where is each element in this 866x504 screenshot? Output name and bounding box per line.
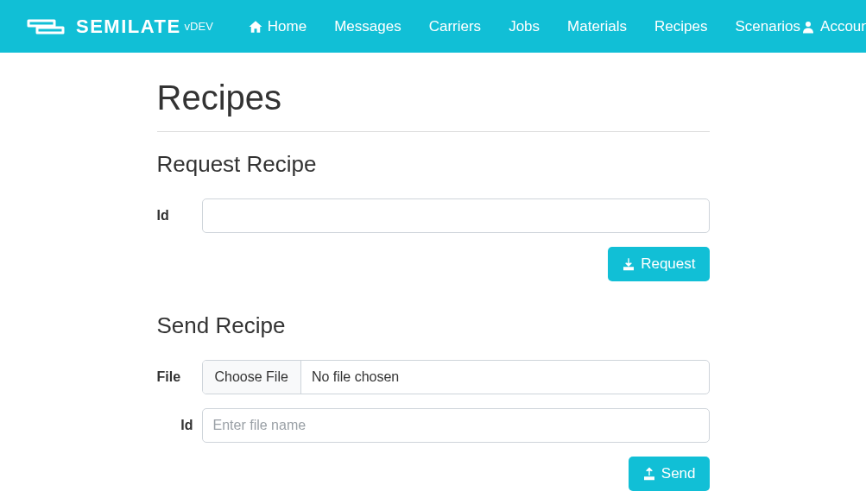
nav-carriers[interactable]: Carriers <box>429 18 481 35</box>
nav-items: Home Messages Carriers Jobs Materials Re… <box>248 18 800 35</box>
file-input[interactable]: Choose File No file chosen <box>202 360 710 394</box>
send-btn-row: Send <box>157 457 710 491</box>
svg-point-0 <box>806 22 811 27</box>
send-file-label: File <box>157 369 202 385</box>
request-btn-row: Request <box>157 247 710 281</box>
brand-version: vDEV <box>185 20 213 33</box>
upload-icon <box>642 467 656 481</box>
choose-file-button[interactable]: Choose File <box>203 361 301 394</box>
nav-home[interactable]: Home <box>248 18 307 35</box>
page-title: Recipes <box>157 79 710 117</box>
request-section: Request Recipe Id Request <box>157 151 710 281</box>
nav-home-label: Home <box>268 18 307 35</box>
brand-logo-icon <box>24 14 67 40</box>
send-file-row: File Choose File No file chosen <box>157 360 710 394</box>
nav-messages[interactable]: Messages <box>334 18 401 35</box>
download-icon <box>622 257 635 271</box>
home-icon <box>248 19 263 35</box>
nav-jobs[interactable]: Jobs <box>509 18 540 35</box>
file-name-display: No file chosen <box>301 369 409 385</box>
request-button[interactable]: Request <box>608 247 709 281</box>
nav-materials[interactable]: Materials <box>567 18 627 35</box>
request-title: Request Recipe <box>157 151 710 178</box>
send-id-input[interactable] <box>202 408 710 443</box>
send-section: Send Recipe File Choose File No file cho… <box>157 312 710 491</box>
request-button-label: Request <box>641 255 695 273</box>
brand[interactable]: SEMILATE vDEV <box>24 14 213 40</box>
nav-account-label: Account <box>820 18 866 35</box>
divider <box>157 131 710 132</box>
send-id-label: Id <box>157 418 202 433</box>
request-id-label: Id <box>157 208 202 224</box>
nav-scenarios[interactable]: Scenarios <box>735 18 800 35</box>
send-id-row: Id <box>157 408 710 443</box>
navbar: SEMILATE vDEV Home Messages Carriers Job… <box>0 0 866 53</box>
send-button[interactable]: Send <box>629 457 710 491</box>
nav-account[interactable]: Account <box>800 18 866 35</box>
brand-name: SEMILATE <box>76 16 181 38</box>
main-container: Recipes Request Recipe Id Request Send R… <box>157 53 710 504</box>
request-id-row: Id <box>157 198 710 233</box>
send-title: Send Recipe <box>157 312 710 339</box>
nav-recipes[interactable]: Recipes <box>654 18 707 35</box>
request-id-input[interactable] <box>202 198 710 233</box>
user-icon <box>800 19 816 35</box>
send-button-label: Send <box>661 465 696 482</box>
